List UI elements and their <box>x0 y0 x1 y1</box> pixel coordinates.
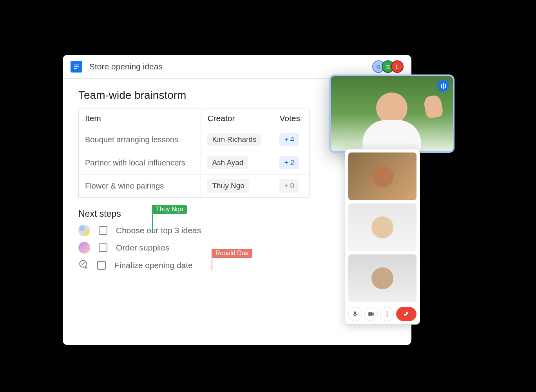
video-thumbnail[interactable] <box>348 152 416 200</box>
video-speaker-main[interactable] <box>329 74 455 153</box>
table-row: Partner with local influencers Ash Ayad … <box>79 151 310 174</box>
presence-avatar[interactable]: L <box>391 60 404 73</box>
collab-cursor-tag-green: Thuy Ngo <box>152 205 187 214</box>
table-header-row: Item Creator Votes <box>79 109 310 128</box>
assignee-group-icon[interactable] <box>78 225 90 236</box>
step-label[interactable]: Finalize opening date <box>114 261 193 270</box>
cell-item[interactable]: Flower & wine pairings <box>79 174 201 198</box>
table-row: Bouquet arranging lessons Kim Richards +… <box>79 128 310 151</box>
svg-point-1 <box>386 311 388 312</box>
col-item: Item <box>79 109 201 128</box>
col-votes: Votes <box>273 109 310 128</box>
end-call-button[interactable] <box>396 307 416 321</box>
cell-creator[interactable]: Kim Richards <box>201 128 273 151</box>
video-thumbnail[interactable] <box>348 254 416 302</box>
document-title[interactable]: Store opening ideas <box>89 62 163 71</box>
docs-icon[interactable] <box>71 61 82 73</box>
cell-votes[interactable]: +2 <box>273 151 310 174</box>
checkbox[interactable] <box>97 261 106 270</box>
step-label[interactable]: Order supplies <box>116 243 170 252</box>
ideas-table: Item Creator Votes Bouquet arranging les… <box>78 109 310 198</box>
cell-creator[interactable]: Ash Ayad <box>201 151 273 174</box>
video-participant <box>357 93 427 153</box>
assign-task-icon[interactable] <box>78 259 89 271</box>
video-call-panel <box>345 149 420 325</box>
video-controls <box>348 305 416 321</box>
collab-cursor-tag-red: Ronald Das <box>212 249 252 258</box>
col-creator: Creator <box>201 109 273 128</box>
cell-votes[interactable]: +0 <box>273 174 310 198</box>
mic-button[interactable] <box>348 307 362 321</box>
svg-point-3 <box>386 316 388 317</box>
camera-button[interactable] <box>364 307 378 321</box>
speaking-indicator-icon <box>437 80 449 92</box>
more-options-button[interactable] <box>380 307 394 321</box>
cell-votes[interactable]: +4 <box>273 128 310 151</box>
step-label[interactable]: Choose our top 3 ideas <box>116 226 201 235</box>
cell-creator[interactable]: Thuy Ngo <box>201 174 273 198</box>
table-row: Flower & wine pairings Thuy Ngo +0 <box>79 174 310 198</box>
checkbox[interactable] <box>99 226 107 235</box>
svg-point-2 <box>386 314 388 315</box>
cell-item[interactable]: Partner with local influencers <box>79 151 201 174</box>
presence-avatars: R S L <box>375 60 404 73</box>
video-thumbnail[interactable] <box>348 203 416 251</box>
collab-cursor-red <box>212 258 212 271</box>
assignee-avatar[interactable] <box>78 242 90 254</box>
checkbox[interactable] <box>99 243 107 252</box>
docs-window: Store opening ideas R S L Team-wide brai… <box>63 55 411 345</box>
cell-item[interactable]: Bouquet arranging lessons <box>79 128 201 151</box>
